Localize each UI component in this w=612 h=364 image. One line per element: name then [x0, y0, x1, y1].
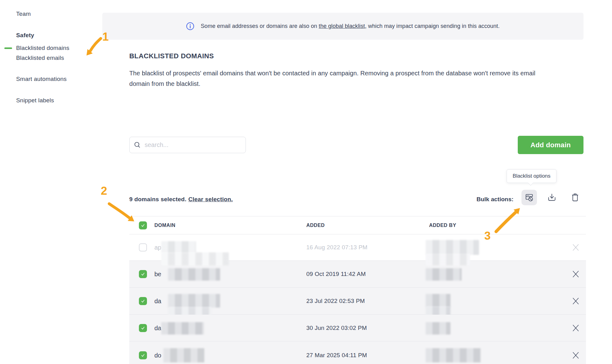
search-input[interactable] — [145, 141, 242, 149]
row-checkbox[interactable] — [139, 297, 147, 305]
annotation-arrow-1 — [78, 34, 106, 63]
check-icon — [140, 271, 146, 277]
banner-text: Some email addresses or domains are also… — [201, 23, 499, 29]
remove-row-button[interactable] — [567, 348, 584, 362]
domain-cell: do — [154, 352, 161, 359]
sidebar-item-blacklisted-emails[interactable]: Blacklisted emails — [16, 55, 64, 61]
table-row: da 30 Jun 2022 03:02 PM — [129, 315, 586, 341]
search-icon — [134, 141, 141, 149]
table-header-row: DOMAIN ADDED ADDED BY — [129, 216, 586, 234]
close-icon — [572, 243, 580, 251]
close-icon — [572, 324, 580, 332]
blacklist-options-tooltip: Blacklist options — [507, 169, 557, 183]
close-icon — [572, 297, 580, 305]
download-icon — [547, 193, 557, 202]
domain-cell: da — [154, 298, 161, 305]
sidebar-section-safety: Safety — [16, 32, 34, 39]
tooltip-caret — [528, 180, 533, 185]
bulk-blacklist-options-button[interactable] — [521, 190, 537, 205]
added-cell: 30 Jun 2022 03:02 PM — [306, 325, 367, 331]
redacted-domain — [161, 252, 229, 265]
sidebar-item-snippet-labels[interactable]: Snippet labels — [16, 97, 54, 104]
bulk-delete-button[interactable] — [568, 191, 582, 204]
check-icon — [140, 298, 146, 304]
clear-selection-link[interactable]: Clear selection. — [188, 196, 233, 202]
check-icon — [140, 223, 146, 228]
close-icon — [572, 270, 580, 278]
sidebar-item-smart-automations[interactable]: Smart automations — [16, 76, 67, 82]
sidebar-item-blacklisted-domains[interactable]: Blacklisted domains — [16, 45, 69, 51]
domain-cell: da — [154, 324, 161, 331]
tooltip-label: Blacklist options — [513, 173, 551, 179]
remove-row-button[interactable] — [567, 294, 584, 308]
bulk-actions-label: Bulk actions: — [477, 196, 513, 203]
annotation-step-2: 2 — [101, 184, 107, 198]
redacted-added-by — [426, 268, 462, 281]
row-checkbox[interactable] — [139, 243, 147, 251]
selection-count: 9 domains selected. — [129, 196, 186, 202]
redacted-added-by — [426, 294, 450, 307]
redacted-domain — [168, 294, 220, 308]
blacklist-options-icon — [525, 193, 534, 202]
selection-summary: 9 domains selected.Clear selection. — [129, 196, 233, 203]
redacted-added-by — [426, 322, 450, 335]
active-item-indicator — [4, 47, 12, 49]
page-description: The blacklist of prospects' email domain… — [129, 68, 546, 89]
redacted-domain — [163, 348, 204, 362]
added-cell: 27 Mar 2025 04:11 PM — [306, 352, 367, 359]
added-cell: 23 Jul 2022 02:53 PM — [306, 298, 365, 304]
redacted-added-by — [426, 240, 479, 255]
bulk-export-button[interactable] — [545, 191, 559, 204]
annotation-step-1: 1 — [102, 30, 109, 43]
add-domain-button[interactable]: Add domain — [518, 136, 583, 154]
domain-cell: ap — [154, 244, 161, 251]
info-icon — [186, 22, 194, 30]
row-checkbox[interactable] — [139, 351, 147, 359]
page-title: BLACKLISTED DOMAINS — [129, 52, 214, 60]
search-box — [129, 137, 246, 153]
column-header-added-by[interactable]: ADDED BY — [429, 223, 456, 228]
redacted-domain — [161, 322, 204, 335]
annotation-step-3: 3 — [484, 229, 491, 242]
check-icon — [140, 325, 146, 331]
trash-icon — [570, 193, 580, 202]
row-checkbox[interactable] — [139, 270, 147, 278]
redacted-domain — [161, 241, 196, 253]
table-row: da 23 Jul 2022 02:53 PM — [129, 288, 586, 315]
table-row: do 27 Mar 2025 04:11 PM — [129, 341, 586, 364]
column-header-domain[interactable]: DOMAIN — [154, 223, 175, 228]
domain-cell: be — [154, 271, 161, 278]
redacted-added-by — [426, 348, 481, 362]
close-icon — [572, 351, 580, 359]
global-blacklist-info-banner: Some email addresses or domains are also… — [102, 13, 583, 40]
remove-row-button[interactable] — [567, 241, 584, 254]
redacted-domain — [168, 307, 211, 316]
remove-row-button[interactable] — [567, 267, 584, 281]
added-cell: 16 Aug 2022 07:13 PM — [306, 244, 367, 251]
remove-row-button[interactable] — [567, 321, 584, 335]
redacted-added-by — [426, 254, 470, 265]
global-blacklist-link[interactable]: the global blacklist — [319, 23, 365, 29]
table-row: ap 16 Aug 2022 07:13 PM — [129, 234, 586, 261]
sidebar-item-team[interactable]: Team — [16, 11, 31, 17]
column-header-added[interactable]: ADDED — [306, 223, 325, 228]
check-icon — [140, 353, 146, 358]
row-checkbox[interactable] — [139, 324, 147, 332]
redacted-domain — [168, 268, 220, 281]
added-cell: 09 Oct 2019 11:42 AM — [306, 271, 366, 277]
select-all-checkbox[interactable] — [139, 221, 147, 229]
